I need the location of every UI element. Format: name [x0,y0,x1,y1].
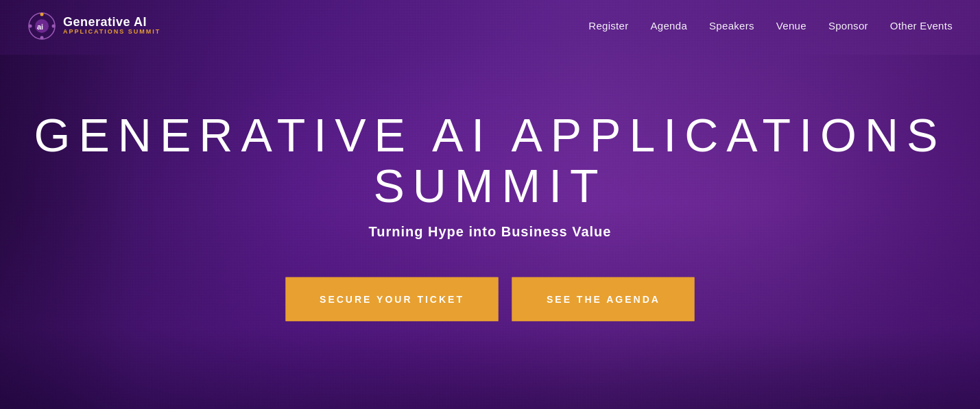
navbar: ai Generative AI Applications Summit Reg… [0,0,980,51]
nav-item-other-events[interactable]: Other Events [890,20,953,32]
see-agenda-button[interactable]: See The Agenda [512,277,695,321]
nav-item-register[interactable]: Register [588,20,628,32]
logo-icon: ai [27,12,56,40]
nav-link-sponsor[interactable]: Sponsor [828,20,868,32]
svg-text:ai: ai [37,23,43,31]
brand-sub: Applications Summit [63,29,160,36]
hero-title: Generative AI Applications Summit [27,109,953,212]
hero-content: Generative AI Applications Summit Turnin… [0,109,980,321]
logo-link[interactable]: ai Generative AI Applications Summit [27,12,160,40]
nav-link-speakers[interactable]: Speakers [709,20,754,32]
svg-point-6 [29,24,32,27]
logo-text: Generative AI Applications Summit [63,16,160,36]
nav-link-agenda[interactable]: Agenda [651,20,688,32]
nav-item-sponsor[interactable]: Sponsor [828,20,868,32]
svg-point-3 [40,12,44,16]
nav-link-venue[interactable]: Venue [776,20,806,32]
nav-links: Register Agenda Speakers Venue Sponsor O… [588,20,953,32]
brand-name: Generative AI [63,16,160,29]
hero-section: ai Generative AI Applications Summit Reg… [0,0,980,409]
nav-item-agenda[interactable]: Agenda [651,20,688,32]
nav-link-other-events[interactable]: Other Events [890,20,953,32]
hero-subtitle: Turning Hype into Business Value [27,224,953,240]
hero-buttons: Secure Your Ticket See The Agenda [27,277,953,321]
nav-item-speakers[interactable]: Speakers [709,20,754,32]
nav-link-register[interactable]: Register [588,20,628,32]
svg-point-4 [52,24,56,27]
nav-item-venue[interactable]: Venue [776,20,806,32]
svg-point-5 [40,36,44,39]
secure-ticket-button[interactable]: Secure Your Ticket [285,277,499,321]
